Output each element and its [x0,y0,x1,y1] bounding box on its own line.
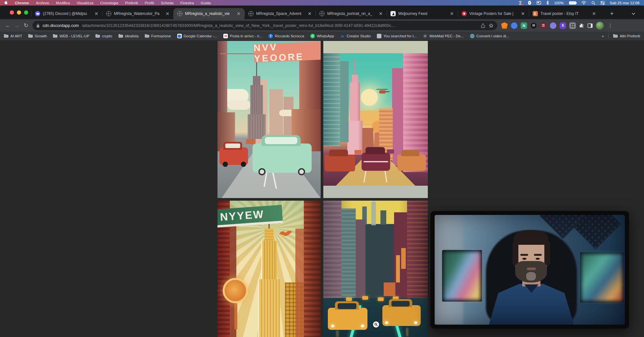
sun [361,89,378,106]
tab-discord[interactable]: (2765) Discord | @Midjou [31,8,102,19]
tab-watercolor[interactable]: MRregista_Watercolor_Pa [102,8,173,19]
close-tab-icon[interactable] [378,11,383,16]
onepassword-icon[interactable] [528,1,531,5]
tab-etsy[interactable]: Travel poster - Etsy IT [529,8,600,19]
menu-item-cronologia[interactable]: Cronologia [100,1,118,5]
menu-item-scheda[interactable]: Scheda [161,1,174,5]
bookmark-folder-idealista[interactable]: idealista [118,34,139,38]
close-tab-icon[interactable] [591,11,597,16]
other-bookmarks-folder[interactable]: Altri Preferiti [613,34,640,38]
bluetooth-icon[interactable] [546,1,549,5]
battery-icon[interactable] [569,1,576,5]
control-center-icon[interactable] [601,1,605,5]
globe-favicon [177,11,182,16]
new-tab-button[interactable]: + [608,9,616,18]
tab-vintage-posters[interactable]: Vintage Posters for Sale | [458,8,529,19]
extension-password-icon[interactable] [540,22,547,29]
display-icon[interactable] [537,1,541,5]
bookmark-folder-growth[interactable]: Growth [28,34,47,38]
sidebar-panel-icon[interactable] [588,23,593,28]
close-window-button[interactable] [10,10,14,15]
close-tab-icon[interactable] [449,11,454,16]
webcam-overlay [430,211,629,329]
menu-app-name[interactable]: Chrome [15,1,29,5]
forward-button[interactable]: → [12,21,21,30]
poster-top-left[interactable]: NVV YEOORE [217,41,321,198]
extension-icon[interactable] [530,22,537,29]
bookmark-facebook-profile[interactable]: Riccardo Scrocca [268,34,304,38]
profile-avatar[interactable] [596,22,604,30]
close-tab-icon[interactable] [307,11,312,16]
bookmark-folder-web-level-up[interactable]: WEB - LEVEL-UP [53,34,89,38]
close-tab-icon[interactable] [236,11,241,16]
tab-midjourney-feed[interactable]: Midjourney Feed [387,8,458,19]
bookmarks-separator [608,33,609,39]
bookmark-google-calendar[interactable]: Google Calendar -... [177,34,217,38]
bookmark-converti-video[interactable]: Converti i video di... [470,34,509,38]
bookmark-folder-crypto[interactable]: crypto [95,34,112,38]
menu-item-archivio[interactable]: Archivio [36,1,49,5]
close-tab-icon[interactable] [94,11,99,16]
tab-realistic-view-active[interactable]: MRregista_a_realistic_vie [173,8,244,19]
menu-clock[interactable]: Sab 25 mar 12:08 [610,1,639,5]
poster-banner-text: NVV YEOORE [254,41,321,62]
tab-search-chevron-icon[interactable] [629,9,638,18]
globe-favicon [248,11,254,16]
folder-icon [95,34,100,38]
spotlight-search-icon[interactable] [591,1,595,5]
menu-item-preferiti[interactable]: Preferiti [125,1,138,5]
extensions-puzzle-icon[interactable] [579,23,584,28]
lock-icon[interactable] [36,24,40,28]
close-tab-icon[interactable] [520,11,526,16]
chrome-menu-kebab-icon[interactable]: ⋮ [607,23,613,29]
extension-icon[interactable] [521,22,527,29]
bookmark-star-icon[interactable] [489,23,493,28]
globe-favicon [319,11,325,16]
reload-button[interactable]: ↻ [21,21,31,30]
webcam-video [435,215,625,325]
menu-item-modifica[interactable]: Modifica [56,1,70,5]
tab-space-adventure[interactable]: MRregista_Space_Advent [244,8,316,19]
extension-icon[interactable] [550,22,556,29]
orange-car [397,155,426,171]
bookmark-webmail-pec[interactable]: WebMail PEC - De... [423,34,464,38]
extension-icon[interactable] [560,22,566,29]
bookmark-folder-ai-art[interactable]: AI ART [4,34,22,38]
fullscreen-window-button[interactable] [24,10,28,15]
menu-item-guida[interactable]: Guida [201,1,211,5]
screen-recording-icon[interactable] [518,1,523,5]
folder-icon [4,34,8,38]
converter-icon [470,34,475,38]
back-button[interactable]: ← [3,21,12,30]
bookmarks-overflow-chevron[interactable]: » [602,34,604,38]
browser-toolbar: ← → ↻ cdn.discordapp.com /attachments/10… [0,19,644,32]
menu-item-visualizza[interactable]: Visualizza [77,1,93,5]
vintage-posters-favicon [462,11,467,16]
menu-item-finestra[interactable]: Finestra [180,1,194,5]
mail-icon [423,34,427,38]
address-bar[interactable]: cdn.discordapp.com /attachments/10135123… [32,21,497,30]
bookmark-you-searched[interactable]: You searched for I... [377,34,417,38]
poster-bottom-right[interactable] [323,201,428,337]
apple-logo-icon[interactable] [5,1,8,5]
tab-portrait[interactable]: MRregista_portrait_on_a_ [316,8,387,19]
wifi-icon[interactable] [581,1,586,5]
folder-icon [28,34,33,38]
poster-bottom-left[interactable]: NYYEW [217,201,321,337]
close-tab-icon[interactable] [165,11,170,16]
poster-top-right[interactable] [323,41,428,198]
bookmark-creator-studio[interactable]: Creator Studio [340,34,371,38]
minimize-window-button[interactable] [17,10,21,15]
etsy-favicon [533,11,538,16]
extension-metamask-icon[interactable] [501,22,508,29]
share-icon[interactable] [481,23,485,28]
menu-item-profili[interactable]: Profili [145,1,154,5]
extension-icon[interactable] [511,22,517,29]
empire-state-building [354,60,355,76]
bird-icon [279,229,293,237]
bookmark-whatsapp[interactable]: WhatsApp [310,34,334,38]
bookmark-folder-formazione[interactable]: Formazione [145,34,171,38]
folder-icon [118,34,123,38]
bookmark-gmail-inbox[interactable]: Posta in arrivo - ri... [223,34,262,38]
extension-icon[interactable] [569,22,576,29]
